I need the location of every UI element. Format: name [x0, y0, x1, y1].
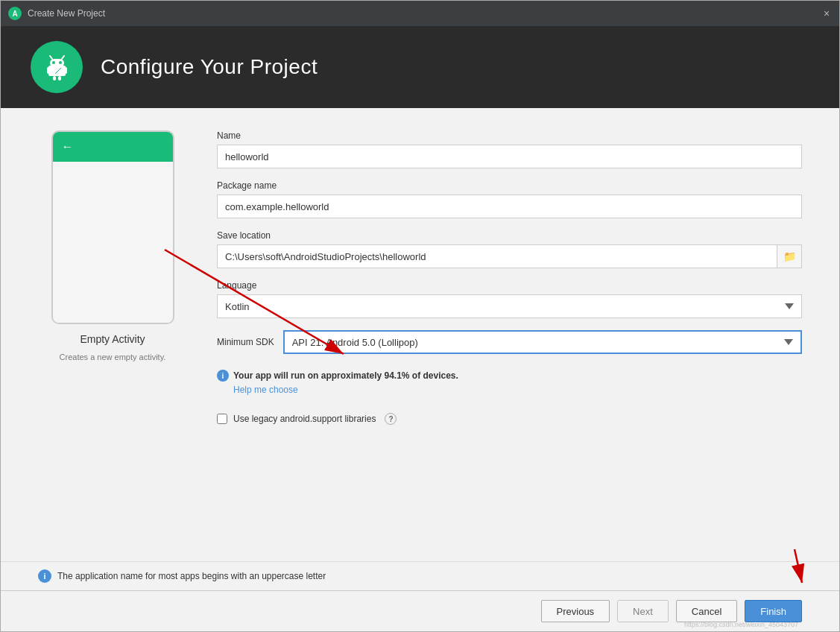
- title-bar-text: Create New Project: [28, 8, 821, 19]
- browse-folder-button[interactable]: 📁: [777, 244, 802, 268]
- sdk-info-text: Your app will run on approximately 94.1%…: [233, 370, 458, 381]
- android-title-icon: A: [8, 7, 22, 20]
- main-window: A Create New Project ×: [0, 0, 840, 632]
- finish-button[interactable]: Finish: [745, 600, 802, 622]
- watermark: https://blog.csdn.net/weixin_45043707: [684, 621, 798, 628]
- language-group: Language Kotlin Java: [217, 280, 802, 318]
- title-bar: A Create New Project ×: [1, 1, 839, 26]
- legacy-checkbox[interactable]: [217, 414, 227, 424]
- svg-rect-4: [47, 67, 50, 74]
- folder-icon: 📁: [783, 250, 796, 262]
- save-location-label: Save location: [217, 230, 802, 241]
- previous-button[interactable]: Previous: [541, 600, 610, 622]
- footer: Previous Next Cancel Finish https://blog…: [1, 590, 839, 631]
- info-icon: i: [217, 370, 229, 382]
- svg-rect-3: [48, 66, 66, 76]
- name-input[interactable]: [217, 145, 802, 168]
- min-sdk-label: Minimum SDK: [217, 337, 274, 347]
- header-title: Configure Your Project: [101, 55, 318, 79]
- sdk-info-row: i Your app will run on approximately 94.…: [217, 369, 802, 395]
- help-me-choose-link[interactable]: Help me choose: [233, 385, 458, 395]
- android-icon: [40, 51, 74, 84]
- activity-desc: Creates a new empty activity.: [60, 351, 166, 364]
- main-area: ← Empty Activity Creates a new empty act…: [38, 130, 802, 546]
- content-area: ← Empty Activity Creates a new empty act…: [1, 108, 839, 561]
- legacy-checkbox-label: Use legacy android.support libraries: [233, 414, 376, 424]
- close-button[interactable]: ×: [821, 8, 832, 19]
- right-panel: Name Package name Save location 📁: [217, 130, 802, 546]
- phone-top-bar: ←: [53, 132, 173, 162]
- info-percent: 94.1%: [384, 370, 409, 381]
- package-label: Package name: [217, 180, 802, 191]
- svg-point-9: [52, 61, 55, 64]
- package-group: Package name: [217, 180, 802, 218]
- warning-text: The application name for most apps begin…: [57, 571, 326, 581]
- android-logo: [31, 41, 83, 93]
- phone-body: [53, 162, 173, 323]
- name-group: Name: [217, 130, 802, 168]
- info-prefix: Your app will run on approximately: [233, 370, 384, 381]
- min-sdk-select[interactable]: API 16: Android 4.1 (Jelly Bean) API 17:…: [283, 330, 802, 354]
- warning-bar: i The application name for most apps beg…: [1, 561, 839, 590]
- package-input[interactable]: [217, 195, 802, 218]
- language-label: Language: [217, 280, 802, 291]
- legacy-help-icon[interactable]: ?: [385, 413, 397, 425]
- language-select[interactable]: Kotlin Java: [217, 294, 802, 318]
- next-button[interactable]: Next: [617, 600, 669, 622]
- save-location-input-row: 📁: [217, 244, 802, 268]
- warning-info-icon: i: [38, 569, 51, 583]
- svg-rect-8: [50, 59, 64, 67]
- sdk-info-container: i Your app will run on approximately 94.…: [217, 366, 802, 395]
- header: Configure Your Project: [1, 26, 839, 108]
- svg-rect-6: [53, 76, 56, 80]
- phone-back-arrow: ←: [62, 140, 74, 154]
- save-location-group: Save location 📁: [217, 230, 802, 268]
- min-sdk-row: Minimum SDK API 16: Android 4.1 (Jelly B…: [217, 330, 802, 354]
- left-panel: ← Empty Activity Creates a new empty act…: [38, 130, 187, 546]
- min-sdk-select-wrap: API 16: Android 4.1 (Jelly Bean) API 17:…: [283, 330, 802, 354]
- sdk-info-text-block: Your app will run on approximately 94.1%…: [233, 369, 458, 395]
- svg-rect-5: [64, 67, 67, 74]
- svg-point-10: [59, 61, 62, 64]
- svg-rect-7: [58, 76, 61, 80]
- info-suffix: of devices.: [410, 370, 458, 381]
- phone-mockup: ←: [51, 130, 174, 324]
- legacy-checkbox-row: Use legacy android.support libraries ?: [217, 413, 802, 425]
- name-label: Name: [217, 130, 802, 141]
- svg-text:A: A: [12, 10, 17, 18]
- activity-label: Empty Activity: [80, 333, 145, 345]
- save-location-input[interactable]: [217, 244, 777, 268]
- cancel-button[interactable]: Cancel: [676, 600, 737, 622]
